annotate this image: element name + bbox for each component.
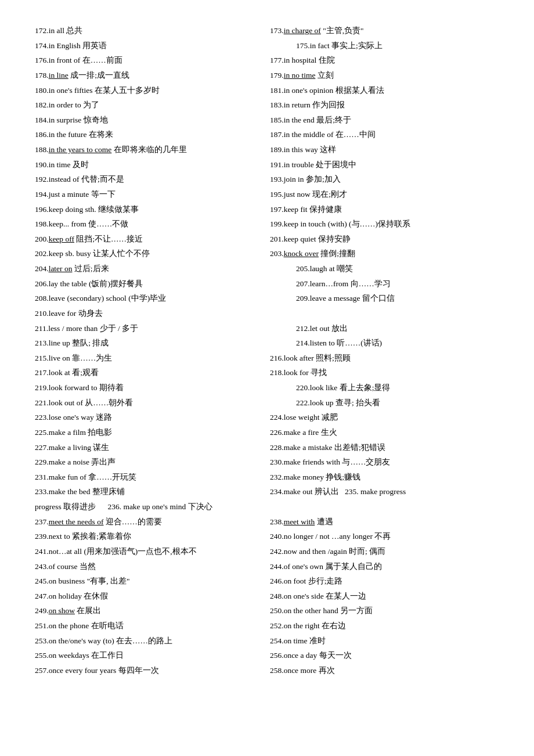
entry-chinese: 撞倒;撞翻: [320, 249, 355, 258]
entry-english: in no time: [284, 71, 316, 80]
entry-number: 189.: [270, 145, 284, 154]
entry-english: make the bed: [49, 487, 91, 496]
table-row: 250.on the other hand 另一方面: [267, 603, 499, 618]
entry-english: look forward to: [49, 383, 98, 392]
table-row: 180.in one's fifties 在某人五十多岁时: [35, 83, 267, 98]
table-row: 251.on the phone 在听电话: [35, 618, 267, 633]
entry-chinese: 放出: [331, 324, 348, 333]
entry-number: 247.: [35, 592, 49, 600]
entry-number: 224.: [270, 413, 284, 422]
entry-chinese: "主管,负责": [323, 26, 363, 35]
entry-english: no longer / not …any longer: [284, 532, 373, 541]
entry-chinese: 住院: [319, 56, 335, 64]
entry-chinese: 期待着: [99, 383, 124, 392]
table-row: 246.on foot 步行;走路: [267, 574, 499, 589]
entry-english: less / more than: [48, 324, 98, 333]
entry-number: 179.: [270, 71, 284, 80]
entry-chinese: 向……学习: [351, 279, 391, 288]
entry-chinese: 拿……开玩笑: [88, 473, 136, 481]
table-row: 191.in trouble 处于困境中: [267, 157, 499, 172]
entry-number: 207.: [296, 279, 310, 288]
table-row: 243.of course 当然: [35, 559, 267, 574]
table-row: 239.next to 紧挨着;紧靠着你: [35, 529, 267, 544]
table-row: 257.once every four years 每四年一次: [35, 663, 267, 678]
table-row: 176.in front of 在……前面: [35, 53, 267, 68]
table-row: 210.leave for 动身去: [35, 306, 267, 321]
entry-english: on one's side: [284, 592, 324, 600]
entry-number: 214.: [296, 339, 310, 347]
entry-number: 219.: [35, 383, 49, 392]
entry-number: 241.: [35, 547, 49, 556]
entry-number: 240.: [270, 532, 284, 541]
entry-chinese: 生火: [321, 428, 337, 437]
entry-chinese: 阻挡;不让……接近: [76, 235, 143, 243]
entry-chinese: 保持健康: [309, 205, 342, 214]
entry-chinese: 使……不做: [88, 219, 128, 228]
entry-number: 225.: [35, 428, 49, 437]
entry-chinese: 在去……的路上: [116, 636, 172, 645]
entry-english: on the other hand: [284, 606, 338, 615]
entry-chinese: 迷路: [96, 413, 112, 422]
entry-chinese: 步行;走路: [308, 577, 343, 585]
entry-number: progress: [35, 502, 62, 511]
entry-number: 254.: [270, 636, 284, 645]
entry-chinese: 每四年一次: [118, 666, 159, 675]
entry-chinese: 立刻: [317, 71, 334, 80]
entry-english: on weekdays: [49, 651, 89, 660]
entry-english: in return: [284, 100, 311, 109]
entry-english: keep doing sth.: [49, 205, 96, 214]
entry-number: 228.: [270, 443, 284, 452]
entry-english: in one's fifties: [49, 86, 93, 95]
entry-english: lose one's way: [49, 413, 94, 422]
entry-english: in charge of: [284, 26, 321, 35]
entry-chinese: 在展出: [77, 606, 101, 615]
table-row: 198.keep... from 使……不做: [35, 217, 267, 232]
entry-number: 191.: [270, 160, 284, 169]
entry-list: 172.in all 总共173.in charge of "主管,负责"174…: [35, 23, 499, 678]
entry-number: 218.: [270, 368, 284, 377]
entry-number: 187.: [270, 130, 284, 139]
table-row: 179.in no time 立刻: [267, 68, 499, 83]
entry-number: 204.: [35, 264, 49, 273]
entry-number: 248.: [270, 592, 284, 600]
entry-english: in the end: [284, 116, 315, 124]
entry-chinese: 处于困境中: [316, 160, 356, 169]
table-row: 223.lose one's way 迷路: [35, 410, 267, 425]
entry-chinese: 在某人一边: [326, 592, 366, 600]
entry-chinese: 动身去: [78, 309, 103, 318]
table-row: 226.make a fire 生火: [267, 425, 499, 440]
entry-number: 202.: [35, 249, 49, 258]
entry-english: in surprise: [49, 116, 82, 124]
table-row: 173.in charge of "主管,负责": [267, 23, 499, 38]
entry-number: 205.: [296, 264, 310, 273]
entry-chinese: 最后;终于: [316, 116, 351, 124]
entry-number: 229.: [35, 458, 49, 466]
table-row: 187.in the middle of 在……中间: [267, 127, 499, 142]
table-row: 209.leave a message 留个口信: [267, 291, 499, 306]
entry-number: 203.: [270, 249, 284, 258]
entry-number: 223.: [35, 413, 49, 422]
table-row: 205.laugh at 嘲笑: [267, 261, 499, 276]
entry-number: 175.: [296, 41, 310, 50]
entry-english: next to: [49, 532, 70, 541]
table-row: 255.on weekdays 在工作日: [35, 648, 267, 663]
entry-chinese: 在……中间: [335, 130, 376, 139]
entry-english: look at: [49, 368, 70, 377]
entry-number: 239.: [35, 532, 49, 541]
entry-english: line up: [49, 339, 70, 347]
entry-number: 236.: [107, 502, 121, 511]
table-row: 201.keep quiet 保持安静: [267, 232, 499, 247]
table-row: 258.once more 再次: [267, 663, 499, 678]
entry-english: make a living: [49, 443, 91, 452]
entry-english: just now: [284, 190, 311, 199]
table-row: 203.knock over 撞倒;撞翻: [267, 246, 499, 261]
entry-chinese: 当然: [80, 562, 96, 571]
table-row: 224.lose weight 减肥: [267, 410, 499, 425]
entry-english: leave (secondary) school: [49, 294, 127, 303]
entry-english: make a fire: [284, 428, 319, 437]
entry-chinese: 过后;后来: [74, 264, 109, 273]
table-row: 249.on show 在展出: [35, 603, 267, 618]
entry-number: 234.: [270, 487, 284, 496]
table-row: 196.keep doing sth. 继续做某事: [35, 202, 267, 217]
entry-chinese: (饭前)摆好餐具: [89, 279, 143, 288]
